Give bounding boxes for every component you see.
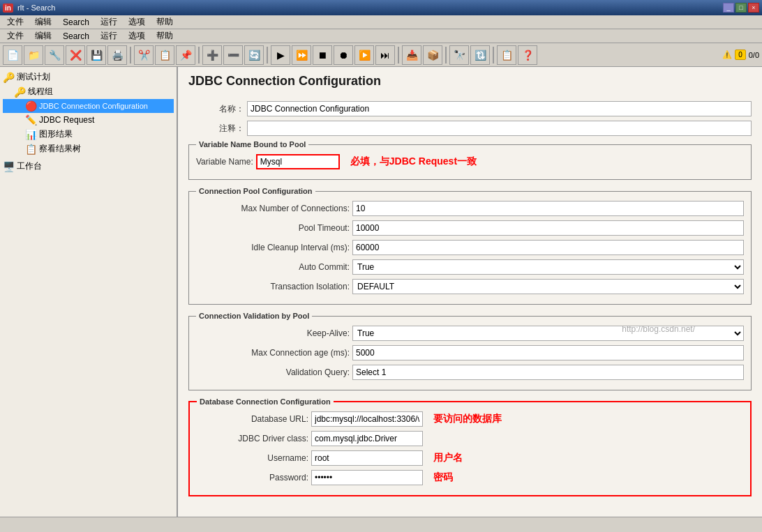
toolbar-cut[interactable]: ✂️ [134, 45, 154, 65]
toolbar-stop[interactable]: ⏹ [313, 45, 332, 65]
toolbar-send[interactable]: ▶️ [354, 45, 374, 65]
password-label: Password: [197, 473, 308, 482]
db-url-row: Database URL: 要访问的数据库 [197, 411, 743, 427]
validation-query-row: Validation Query: [196, 365, 744, 380]
menu-edit-2[interactable]: 编辑 [29, 29, 57, 43]
max-conn-age-row: Max Connection age (ms): [196, 345, 744, 360]
username-input[interactable] [311, 450, 423, 466]
username-label: Username: [197, 453, 308, 463]
workbench-icon: 🖥️ [3, 161, 15, 172]
toolbar-sep-1 [130, 47, 131, 63]
graph-results-label: 图形结果 [39, 128, 73, 140]
title-bar-title: rIt - Search [17, 3, 723, 12]
menu-search-2[interactable]: Search [57, 30, 95, 43]
auto-commit-select[interactable]: True False [352, 259, 744, 275]
maximize-button[interactable]: □ [735, 3, 747, 13]
keep-alive-select[interactable]: True False [352, 326, 744, 341]
toolbar-sep-6 [493, 47, 494, 63]
username-annotation: 用户名 [433, 452, 463, 464]
toolbar-play-all[interactable]: ⏩ [292, 45, 311, 65]
menu-run-2[interactable]: 运行 [95, 29, 123, 43]
toolbar-search[interactable]: 🔭 [449, 45, 469, 65]
connection-validation-legend: Connection Validation by Pool [196, 312, 312, 320]
comment-label: 注释： [188, 123, 244, 135]
tree-item-thread-group[interactable]: 🔑 线程组 [3, 84, 174, 99]
toolbar-copy[interactable]: 📋 [155, 45, 174, 65]
variable-name-group: Variable Name Bound to Pool Variable Nam… [188, 140, 752, 180]
toolbar-paste[interactable]: 📌 [176, 45, 195, 65]
validation-query-input[interactable] [352, 365, 744, 380]
tree-item-jdbc-request[interactable]: ✏️ JDBC Request [3, 113, 174, 127]
tree-item-workbench[interactable]: 🖥️ 工作台 [3, 159, 174, 174]
menu-options-2[interactable]: 选项 [123, 29, 151, 43]
thread-group-icon: 🔑 [14, 86, 26, 98]
max-connections-row: Max Number of Connections: [196, 201, 744, 216]
tree-item-jdbc-config[interactable]: 🔴 JDBC Connection Configuration [3, 99, 174, 113]
toolbar-reset[interactable]: 🔃 [470, 45, 490, 65]
name-input[interactable] [247, 101, 752, 116]
tree-item-test-plan[interactable]: 🔑 测试计划 [3, 70, 174, 84]
tree-item-aggregate-report[interactable]: 📋 察看结果树 [3, 142, 174, 156]
toolbar-save[interactable]: 💾 [87, 45, 106, 65]
menu-bar-2: 文件 编辑 Search 运行 选项 帮助 [0, 29, 762, 43]
toolbar-sep-3 [267, 47, 268, 63]
transaction-isolation-row: Transaction Isolation: DEFAULT TRANSACTI… [196, 279, 744, 294]
main-layout: 🔑 测试计划 🔑 线程组 🔴 JDBC Connection Configura… [0, 67, 762, 517]
auto-commit-row: Auto Commit: True False [196, 259, 744, 275]
toolbar-status: ⚠️ 0 0/0 [722, 50, 759, 60]
toolbar-clear[interactable]: 🔄 [244, 45, 264, 65]
jdbc-driver-label: JDBC Driver class: [197, 434, 308, 443]
menu-help-2[interactable]: 帮助 [151, 29, 179, 43]
workbench-label: 工作台 [17, 160, 42, 172]
menu-help-1[interactable]: 帮助 [151, 15, 179, 29]
jdbc-driver-input[interactable] [311, 431, 423, 446]
comment-input[interactable] [247, 121, 752, 136]
toolbar-open[interactable]: 📁 [24, 45, 43, 65]
menu-file-2[interactable]: 文件 [1, 29, 29, 43]
toolbar-sep-4 [398, 47, 399, 63]
db-url-input[interactable] [311, 411, 423, 427]
database-connection-legend: Database Connection Configuration [197, 397, 334, 406]
toolbar-save-template[interactable]: 🔧 [45, 45, 64, 65]
password-row: Password: 密码 [197, 470, 743, 485]
status-bar [0, 517, 762, 532]
menu-edit-1[interactable]: 编辑 [29, 15, 57, 29]
menu-options-1[interactable]: 选项 [123, 15, 151, 29]
toolbar-print[interactable]: 🖨️ [107, 45, 127, 65]
menu-search-1[interactable]: Search [57, 16, 95, 29]
title-bar: in rIt - Search _ □ × [0, 0, 762, 15]
connection-pool-legend: Connection Pool Configuration [196, 187, 315, 195]
toolbar-download2[interactable]: 📦 [423, 45, 442, 65]
tree-item-graph-results[interactable]: 📊 图形结果 [3, 127, 174, 142]
password-input[interactable] [311, 470, 423, 485]
toolbar-send-clear[interactable]: ⏭ [375, 45, 395, 65]
variable-name-row: Variable Name: 必填，与JDBC Request一致 [196, 154, 744, 169]
max-conn-age-input[interactable] [352, 345, 744, 360]
warning-icon: ⚠️ [722, 50, 732, 59]
max-connections-input[interactable] [352, 201, 744, 216]
toolbar-remove[interactable]: ➖ [223, 45, 243, 65]
validation-query-label: Validation Query: [196, 367, 350, 377]
menu-file-1[interactable]: 文件 [1, 15, 29, 29]
toolbar-add[interactable]: ➕ [202, 45, 222, 65]
toolbar-list[interactable]: 📋 [497, 45, 516, 65]
toolbar-help[interactable]: ❓ [518, 45, 537, 65]
toolbar-play[interactable]: ▶ [271, 45, 290, 65]
transaction-isolation-select[interactable]: DEFAULT TRANSACTION_NONE TRANSACTION_REA… [352, 279, 744, 294]
test-plan-icon: 🔑 [3, 72, 15, 83]
jdbc-driver-row: JDBC Driver class: [197, 431, 743, 446]
idle-cleanup-label: Idle Cleanup Interval (ms): [196, 243, 350, 252]
menu-bar-1: 文件 编辑 Search 运行 选项 帮助 [0, 15, 762, 29]
idle-cleanup-input[interactable] [352, 240, 744, 255]
menu-run-1[interactable]: 运行 [95, 15, 123, 29]
toolbar-close[interactable]: ❌ [66, 45, 85, 65]
toolbar-download[interactable]: 📥 [402, 45, 421, 65]
toolbar-new[interactable]: 📄 [3, 45, 22, 65]
toolbar-stop-all[interactable]: ⏺ [334, 45, 353, 65]
username-row: Username: 用户名 [197, 450, 743, 466]
jdbc-config-icon: 🔴 [25, 100, 37, 112]
variable-name-input[interactable] [256, 154, 340, 169]
pool-timeout-input[interactable] [352, 220, 744, 236]
minimize-button[interactable]: _ [723, 3, 734, 13]
close-button[interactable]: × [748, 3, 759, 13]
